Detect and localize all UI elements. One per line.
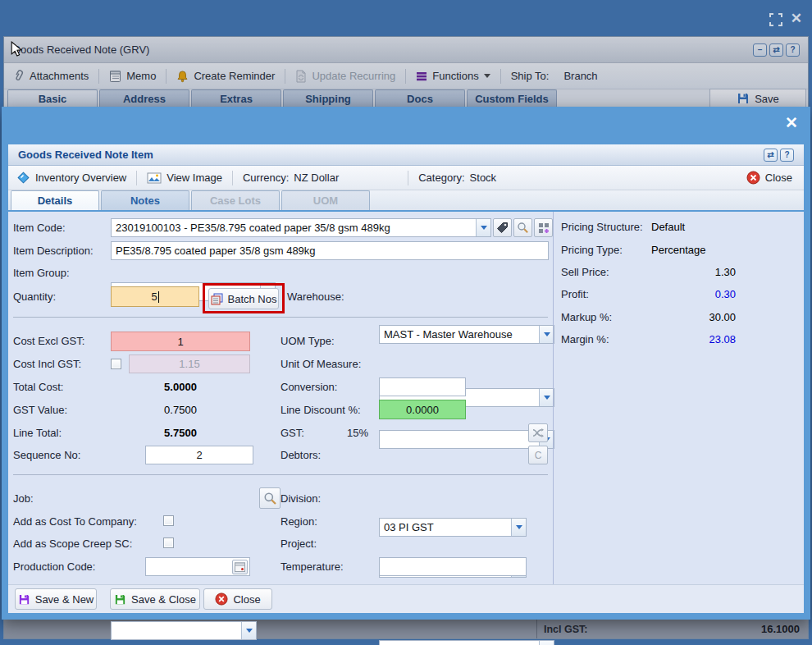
region-label: Region: (281, 515, 317, 528)
tab-case-lots: Case Lots (191, 190, 280, 210)
pricing-type-value: Percentage (651, 244, 706, 256)
cost-excl-gst-label: Cost Excl GST: (13, 335, 84, 347)
job-search-button[interactable] (259, 487, 281, 509)
cost-incl-gst-label: Cost Incl GST: (13, 358, 81, 370)
close-icon[interactable]: ✕ (791, 10, 802, 27)
item-code-label: Item Code: (13, 222, 66, 234)
cost-excl-gst-input[interactable]: 1 (111, 332, 250, 351)
category-value: Stock (470, 172, 497, 184)
currency-label: Currency: (243, 172, 289, 184)
quantity-label: Quantity: (13, 290, 56, 303)
modal-footer: Save & New Save & Close Close (8, 584, 804, 613)
conversion-label: Conversion: (281, 381, 337, 393)
inventory-overview-button[interactable]: Inventory Overview (16, 171, 126, 185)
save-and-new-button[interactable]: Save & New (15, 588, 97, 610)
item-tag-button[interactable] (493, 218, 512, 237)
chevron-down-icon[interactable] (539, 641, 554, 645)
section-divider (13, 317, 548, 318)
item-grid-add-button[interactable] (534, 218, 553, 237)
cost-incl-gst-checkbox[interactable] (111, 359, 121, 369)
sequence-no-input[interactable]: 2 (145, 446, 253, 464)
sequence-no-label: Sequence No: (13, 449, 80, 461)
markup-value: 30.00 (623, 311, 736, 323)
toolbar-separator (136, 171, 137, 185)
add-cost-to-company-checkbox[interactable] (163, 515, 174, 526)
image-icon (147, 172, 162, 184)
close-circle-icon (746, 171, 760, 185)
modal-close-x-icon[interactable]: ✕ (785, 113, 798, 132)
tab-uom: UOM (281, 190, 370, 210)
grn-item-modal: ✕ Goods Received Note Item ⇄ ? Inventory… (2, 107, 810, 620)
save-floppy-green-icon (114, 593, 126, 606)
warehouse-select[interactable]: MAST - Master Warehouse (379, 325, 554, 344)
profit-value: 0.30 (623, 288, 736, 300)
line-discount-input[interactable]: 0.0000 (379, 400, 466, 419)
gst-rate: 15% (347, 427, 368, 439)
profit-label: Profit: (561, 288, 589, 300)
job-label: Job: (13, 492, 34, 505)
chevron-down-icon[interactable] (241, 622, 256, 639)
chevron-down-icon[interactable] (539, 389, 554, 406)
close-button[interactable]: Close (203, 588, 272, 610)
details-form: Item Code: 23019100103 - PE35/8.795 coat… (8, 212, 804, 585)
line-total-value: 5.7500 (111, 427, 250, 439)
project-label: Project: (281, 538, 317, 550)
gst-swap-button[interactable] (528, 423, 548, 442)
pricing-structure-label: Pricing Structure: (561, 221, 643, 233)
modal-tab-strip: Details Notes Case Lots UOM (8, 190, 804, 212)
production-code-input[interactable] (145, 557, 250, 576)
batch-nos-highlight-annotation (203, 283, 285, 313)
toolbar-separator (232, 171, 233, 185)
job-select[interactable] (111, 621, 257, 640)
item-description-input[interactable]: PE35/8.795 coated paper 35/8 gsm 489kg (111, 241, 549, 260)
quantity-input[interactable]: 5 (111, 286, 199, 307)
pricing-type-label: Pricing Type: (561, 244, 623, 256)
item-description-label: Item Description: (13, 245, 94, 257)
add-scope-creep-label: Add as Scope Creep SC: (13, 538, 132, 550)
markup-label: Markup %: (561, 311, 612, 323)
chevron-down-icon[interactable] (539, 326, 554, 343)
production-code-calendar-button[interactable] (232, 560, 248, 574)
modal-refresh-button[interactable]: ⇄ (764, 149, 778, 162)
modal-header: Goods Received Note Item ⇄ ? (8, 144, 804, 166)
temperature-label: Temperature: (281, 560, 344, 573)
maximize-icon[interactable] (769, 13, 782, 29)
add-cost-to-company-label: Add as Cost To Company: (13, 515, 137, 528)
line-discount-label: Line Discount %: (281, 404, 361, 416)
gst-select[interactable]: 03 PI GST (379, 518, 527, 537)
debtors-label: Debtors: (281, 449, 321, 461)
modal-close-button[interactable]: Close (746, 171, 792, 185)
calendar-icon (235, 562, 245, 572)
inventory-diamond-icon (16, 171, 30, 185)
save-and-close-button[interactable]: Save & Close (110, 588, 200, 610)
item-search-button[interactable] (513, 218, 532, 237)
close-circle-icon (215, 592, 228, 606)
modal-toolbar: Inventory Overview View Image Currency: … (8, 166, 804, 190)
tab-notes[interactable]: Notes (101, 190, 189, 210)
currency-value: NZ Dollar (294, 172, 339, 184)
chevron-down-icon[interactable] (476, 219, 490, 236)
swap-arrows-icon (532, 428, 545, 438)
modal-help-button[interactable]: ? (780, 149, 794, 162)
unit-of-measure-label: Unit Of Measure: (281, 358, 361, 370)
division-select[interactable]: Establishment Division (379, 640, 554, 645)
debtors-c-button: C (528, 446, 548, 464)
chevron-down-icon[interactable] (511, 519, 526, 536)
cost-incl-gst-input: 1.15 (129, 355, 250, 373)
pricing-structure-value: Default (651, 221, 685, 233)
item-code-select[interactable]: 23019100103 - PE35/8.795 coated paper 35… (111, 218, 491, 237)
conversion-input[interactable] (379, 377, 466, 396)
add-scope-creep-checkbox[interactable] (163, 538, 174, 548)
total-cost-label: Total Cost: (13, 381, 63, 393)
view-image-button[interactable]: View Image (147, 172, 222, 184)
grid-plus-icon (538, 222, 550, 234)
line-total-label: Line Total: (13, 427, 62, 439)
toolbar-separator (408, 171, 408, 185)
gst-value-value: 0.7500 (111, 404, 250, 416)
tab-details[interactable]: Details (11, 190, 99, 210)
panel-divider (553, 212, 554, 585)
save-floppy-purple-icon (18, 593, 30, 606)
search-icon (517, 222, 529, 234)
text-caret (158, 291, 159, 303)
temperature-input[interactable] (379, 557, 527, 576)
